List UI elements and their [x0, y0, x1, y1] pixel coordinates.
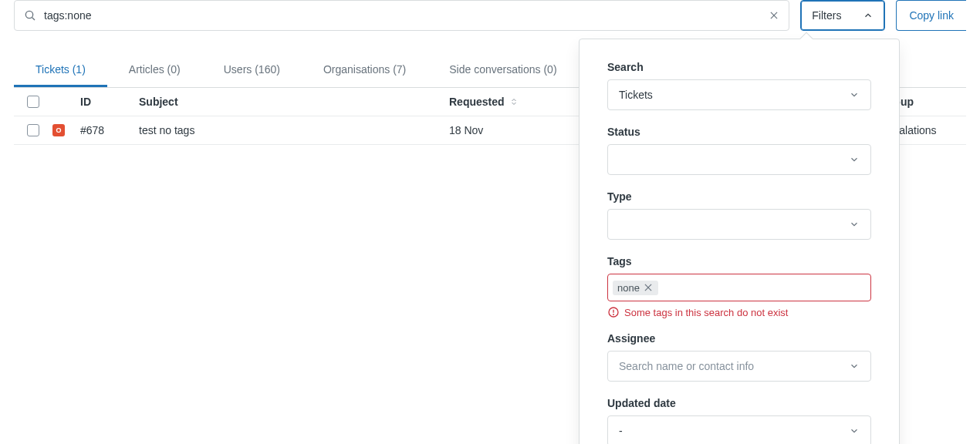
svg-line-1	[32, 18, 35, 20]
tab-articles[interactable]: Articles (0)	[107, 56, 202, 87]
search-input[interactable]	[44, 9, 769, 22]
row-checkbox[interactable]	[27, 124, 39, 136]
status-select[interactable]	[607, 144, 871, 145]
select-all-checkbox[interactable]	[27, 96, 39, 108]
chevron-down-icon	[849, 89, 860, 100]
status-badge: O	[52, 124, 65, 136]
filters-panel: Search Tickets Status Type Tags none Som…	[579, 39, 900, 145]
search-scope-select[interactable]: Tickets	[607, 79, 871, 110]
col-id[interactable]: ID	[80, 96, 139, 108]
copy-link-button[interactable]: Copy link	[896, 0, 966, 31]
cell-id: #678	[80, 124, 139, 136]
tab-side-conversations[interactable]: Side conversations (0)	[427, 56, 578, 87]
x-icon	[769, 10, 779, 21]
panel-arrow	[800, 32, 813, 45]
cell-requested: 18 Nov	[449, 124, 573, 136]
svg-point-0	[25, 11, 32, 18]
clear-search-button[interactable]	[769, 10, 779, 21]
tab-organisations[interactable]: Organisations (7)	[302, 56, 427, 87]
tab-tickets[interactable]: Tickets (1)	[14, 56, 107, 87]
search-field[interactable]	[14, 0, 789, 31]
label-status: Status	[607, 126, 871, 138]
search-icon	[24, 9, 36, 22]
filters-label: Filters	[812, 9, 841, 22]
copy-link-label: Copy link	[909, 9, 954, 22]
label-search: Search	[607, 61, 871, 73]
filters-button[interactable]: Filters	[800, 0, 885, 31]
tab-users[interactable]: Users (160)	[202, 56, 302, 87]
chevron-up-icon	[863, 10, 874, 21]
col-requested-label: Requested	[449, 96, 505, 108]
sort-icon	[509, 97, 519, 106]
search-scope-value: Tickets	[619, 89, 653, 101]
col-subject[interactable]: Subject	[139, 96, 449, 108]
cell-subject: test no tags	[139, 124, 449, 136]
col-requested[interactable]: Requested	[449, 96, 573, 108]
